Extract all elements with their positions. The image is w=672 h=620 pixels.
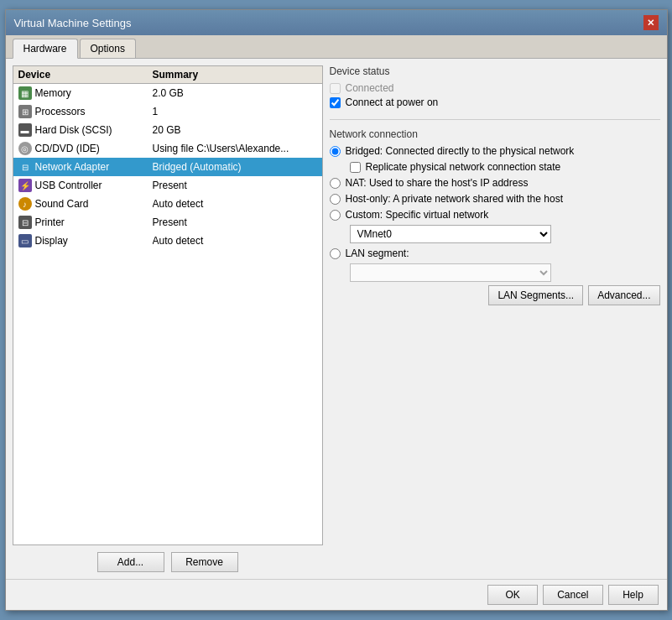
device-status-label: Device status xyxy=(330,65,660,77)
lan-segments-button[interactable]: LAN Segments... xyxy=(488,285,583,305)
connect-at-power-on-label: Connect at power on xyxy=(346,96,439,108)
tab-hardware[interactable]: Hardware xyxy=(13,39,78,59)
custom-dropdown-row: VMnet0 VMnet1 VMnet2 xyxy=(350,225,660,243)
advanced-button[interactable]: Advanced... xyxy=(588,285,659,305)
network-connection-label: Network connection xyxy=(330,128,660,140)
table-row[interactable]: ⊟PrinterPresent xyxy=(13,213,322,232)
radio-nat[interactable] xyxy=(330,178,341,189)
radio-lansegment-label: LAN segment: xyxy=(346,247,409,259)
network-connection-section: Network connection Bridged: Connected di… xyxy=(330,128,660,305)
device-summary: Using file C:\Users\Alexande... xyxy=(153,143,317,154)
device-summary: Present xyxy=(153,180,317,191)
radio-custom[interactable] xyxy=(330,210,341,221)
tab-options[interactable]: Options xyxy=(80,39,136,58)
connected-label: Connected xyxy=(346,82,394,94)
radio-bridged-label: Bridged: Connected directly to the physi… xyxy=(346,145,575,157)
table-row[interactable]: ♪Sound CardAuto detect xyxy=(13,195,322,213)
table-row[interactable]: ◎CD/DVD (IDE)Using file C:\Users\Alexand… xyxy=(13,139,322,158)
right-panel: Device status Connected Connect at power… xyxy=(330,65,660,572)
footer: OK Cancel Help xyxy=(6,579,667,610)
lan-dropdown-row xyxy=(350,263,660,282)
device-summary: 20 GB xyxy=(153,124,317,136)
custom-dropdown[interactable]: VMnet0 VMnet1 VMnet2 xyxy=(350,225,551,243)
table-row[interactable]: ▦Memory2.0 GB xyxy=(13,84,322,102)
device-name: Sound Card xyxy=(35,198,89,210)
radio-hostonly-row: Host-only: A private network shared with… xyxy=(330,193,660,205)
table-row[interactable]: ⊟Network AdapterBridged (Automatic) xyxy=(13,158,322,176)
connected-checkbox[interactable] xyxy=(330,83,341,94)
device-name: Display xyxy=(35,235,68,247)
radio-custom-label: Custom: Specific virtual network xyxy=(346,209,489,221)
device-summary: Auto detect xyxy=(153,235,317,247)
remove-button[interactable]: Remove xyxy=(171,552,238,572)
connect-at-power-on-checkbox[interactable] xyxy=(330,97,341,108)
radio-lansegment-row: LAN segment: xyxy=(330,247,660,259)
table-row[interactable]: ⚡USB ControllerPresent xyxy=(13,176,322,195)
radio-nat-label: NAT: Used to share the host's IP address xyxy=(346,177,529,189)
device-summary: Bridged (Automatic) xyxy=(153,161,317,173)
device-rows-container: ▦Memory2.0 GB⊞Processors1▬Hard Disk (SCS… xyxy=(13,84,322,250)
replicate-label: Replicate physical network connection st… xyxy=(366,161,561,173)
window-title: Virtual Machine Settings xyxy=(14,17,132,29)
device-table: Device Summary ▦Memory2.0 GB⊞Processors1… xyxy=(13,65,323,545)
device-name: Memory xyxy=(35,87,71,99)
replicate-checkbox[interactable] xyxy=(350,162,361,173)
radio-bridged[interactable] xyxy=(330,146,341,157)
printer-icon: ⊟ xyxy=(18,216,32,229)
header-device: Device xyxy=(18,69,153,81)
radio-bridged-row: Bridged: Connected directly to the physi… xyxy=(330,145,660,157)
device-status-section: Device status Connected Connect at power… xyxy=(330,65,660,120)
lan-dropdown[interactable] xyxy=(350,263,551,282)
help-button[interactable]: Help xyxy=(608,585,659,605)
table-row[interactable]: ▭DisplayAuto detect xyxy=(13,232,322,250)
device-summary: 2.0 GB xyxy=(153,87,317,99)
hdd-icon: ▬ xyxy=(18,123,32,137)
device-summary: 1 xyxy=(153,106,317,117)
tab-bar: Hardware Options xyxy=(6,35,667,59)
table-row[interactable]: ⊞Processors1 xyxy=(13,102,322,121)
replicate-row: Replicate physical network connection st… xyxy=(350,161,660,173)
radio-hostonly[interactable] xyxy=(330,194,341,205)
cpu-icon: ⊞ xyxy=(18,105,32,118)
radio-lansegment[interactable] xyxy=(330,248,341,259)
device-name: Network Adapter xyxy=(35,161,110,173)
add-button[interactable]: Add... xyxy=(97,552,164,572)
connected-row: Connected xyxy=(330,82,660,94)
radio-nat-row: NAT: Used to share the host's IP address xyxy=(330,177,660,189)
net-icon: ⊟ xyxy=(18,160,32,174)
device-name: CD/DVD (IDE) xyxy=(35,143,100,154)
connect-at-power-on-row: Connect at power on xyxy=(330,96,660,108)
title-bar: Virtual Machine Settings ✕ xyxy=(6,10,667,35)
radio-hostonly-label: Host-only: A private network shared with… xyxy=(346,193,563,205)
memory-icon: ▦ xyxy=(18,86,32,100)
left-button-bar: Add... Remove xyxy=(13,552,323,572)
network-action-buttons: LAN Segments... Advanced... xyxy=(330,285,660,305)
cd-icon: ◎ xyxy=(18,142,32,155)
sound-icon: ♪ xyxy=(18,197,32,211)
display-icon: ▭ xyxy=(18,234,32,247)
device-summary: Present xyxy=(153,216,317,228)
device-name: Processors xyxy=(35,106,86,117)
radio-custom-row: Custom: Specific virtual network xyxy=(330,209,660,221)
device-summary: Auto detect xyxy=(153,198,317,210)
table-row[interactable]: ▬Hard Disk (SCSI)20 GB xyxy=(13,121,322,139)
header-summary: Summary xyxy=(153,69,317,81)
main-content: Device Summary ▦Memory2.0 GB⊞Processors1… xyxy=(6,59,667,579)
cancel-button[interactable]: Cancel xyxy=(543,585,602,605)
ok-button[interactable]: OK xyxy=(487,585,538,605)
device-name: Printer xyxy=(35,216,65,228)
device-name: Hard Disk (SCSI) xyxy=(35,124,112,136)
table-header: Device Summary xyxy=(13,66,322,84)
left-panel: Device Summary ▦Memory2.0 GB⊞Processors1… xyxy=(13,65,323,572)
device-name: USB Controller xyxy=(35,180,102,191)
usb-icon: ⚡ xyxy=(18,179,32,192)
main-window: Virtual Machine Settings ✕ Hardware Opti… xyxy=(5,9,668,611)
close-button[interactable]: ✕ xyxy=(643,15,659,30)
